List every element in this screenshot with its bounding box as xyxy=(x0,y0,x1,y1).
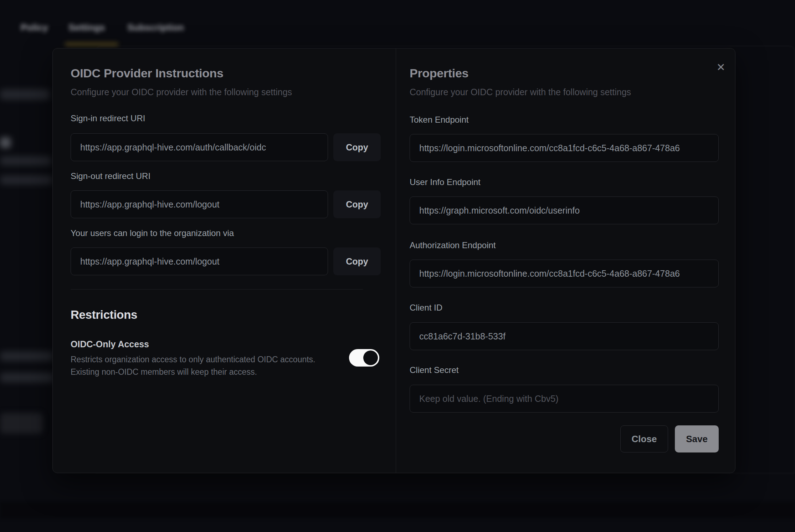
column-divider xyxy=(396,48,396,473)
save-button[interactable]: Save xyxy=(675,425,719,452)
oidc-only-access-description-2: Existing non-OIDC members will keep thei… xyxy=(71,366,257,378)
token-endpoint-input[interactable] xyxy=(410,134,719,162)
toggle-thumb xyxy=(363,351,378,365)
client-secret-input[interactable] xyxy=(410,385,719,413)
active-tab-underline xyxy=(65,43,118,46)
oidc-only-access-toggle[interactable] xyxy=(349,349,379,367)
user-info-endpoint-label: User Info Endpoint xyxy=(410,177,481,187)
signout-redirect-uri-label: Sign-out redirect URI xyxy=(71,171,150,181)
authorization-endpoint-input[interactable] xyxy=(410,260,719,287)
right-column-subtitle: Configure your OIDC provider with the fo… xyxy=(410,87,631,97)
authorization-endpoint-label: Authorization Endpoint xyxy=(410,240,496,250)
copy-signout-uri-button[interactable]: Copy xyxy=(333,190,381,218)
oidc-settings-modal: ✕ OIDC Provider Instructions Configure y… xyxy=(52,48,735,473)
close-icon[interactable]: ✕ xyxy=(713,59,729,75)
login-via-label: Your users can login to the organization… xyxy=(71,228,234,238)
close-button[interactable]: Close xyxy=(620,425,668,452)
client-secret-label: Client Secret xyxy=(410,365,458,375)
signout-redirect-uri-input[interactable] xyxy=(71,190,328,218)
client-id-input[interactable] xyxy=(410,322,719,350)
oidc-only-access-description-1: Restricts organization access to only au… xyxy=(71,353,316,366)
tab-policy[interactable]: Policy xyxy=(21,22,48,33)
signin-redirect-uri-label: Sign-in redirect URI xyxy=(71,113,145,123)
client-id-label: Client ID xyxy=(410,303,442,313)
right-column-title: Properties xyxy=(410,66,468,80)
blurred-background-button xyxy=(0,413,43,434)
signin-redirect-uri-input[interactable] xyxy=(71,133,328,161)
background-section-band xyxy=(0,502,795,518)
restrictions-divider xyxy=(71,289,363,290)
restrictions-heading: Restrictions xyxy=(71,308,137,322)
tab-settings[interactable]: Settings xyxy=(68,22,105,33)
blurred-background-text xyxy=(0,175,53,185)
blurred-background-text xyxy=(0,351,53,361)
copy-login-via-button[interactable]: Copy xyxy=(333,247,381,275)
left-column-subtitle: Configure your OIDC provider with the fo… xyxy=(71,87,292,97)
blurred-background-text xyxy=(0,156,52,165)
user-info-endpoint-input[interactable] xyxy=(410,196,719,224)
copy-signin-uri-button[interactable]: Copy xyxy=(333,133,381,161)
blurred-background-text xyxy=(0,373,54,383)
login-via-input[interactable] xyxy=(71,247,328,275)
blurred-background-text xyxy=(0,137,11,148)
token-endpoint-label: Token Endpoint xyxy=(410,115,468,125)
tab-subscription[interactable]: Subscription xyxy=(127,22,184,33)
oidc-only-access-label: OIDC-Only Access xyxy=(71,339,149,349)
left-column-title: OIDC Provider Instructions xyxy=(71,66,224,80)
blurred-background-text xyxy=(0,89,50,100)
